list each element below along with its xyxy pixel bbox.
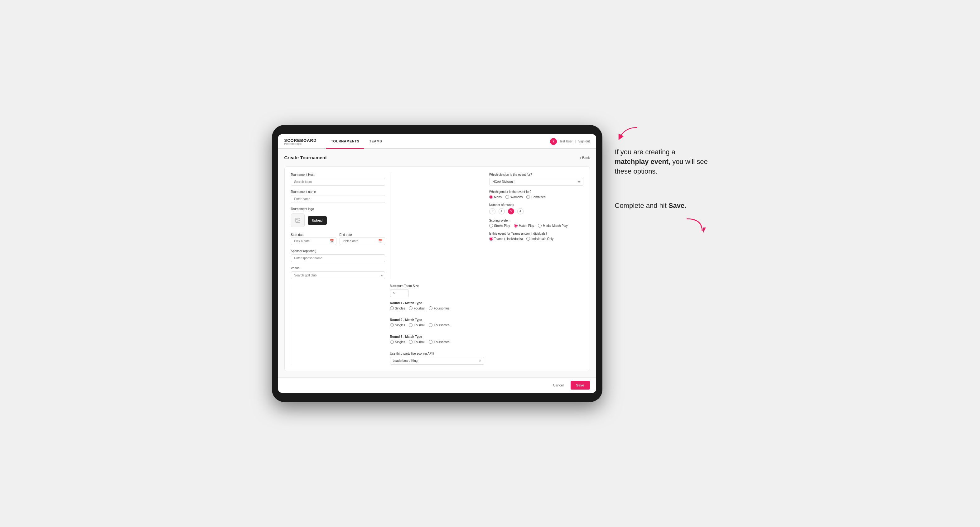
api-label: Use third-party live scoring API? (390, 352, 484, 355)
rounds-group: Number of rounds 1 2 3 4 (489, 203, 583, 214)
round3-foursomes[interactable]: Foursomes (429, 340, 449, 344)
round2-foursomes[interactable]: Foursomes (429, 323, 449, 327)
logo-placeholder (291, 213, 305, 227)
separator: | (575, 140, 576, 143)
teams-plus-radio[interactable] (489, 237, 493, 241)
round3-radio-group: Singles Fourball Foursomes (390, 340, 484, 344)
division-group: Which division is the event for? NCAA Di… (489, 173, 583, 186)
arrow-top (615, 125, 708, 141)
round2-singles[interactable]: Singles (390, 323, 405, 327)
round-4-option[interactable]: 4 (517, 208, 523, 214)
nav-link-tournaments[interactable]: TOURNAMENTS (326, 134, 364, 149)
round3-fourball-radio[interactable] (409, 340, 412, 344)
venue-input[interactable] (291, 271, 385, 279)
round2-fourball-radio[interactable] (409, 323, 412, 327)
start-date-wrapper: 📅 (291, 237, 336, 245)
scoring-match-radio[interactable] (514, 224, 518, 227)
tablet-screen: SCOREBOARD Powered by clippt TOURNAMENTS… (278, 134, 596, 393)
round3-match-type: Round 3 - Match Type Singles Fourball Fo… (390, 335, 484, 344)
round2-singles-radio[interactable] (390, 323, 394, 327)
division-select[interactable]: NCAA Division I (489, 178, 583, 186)
max-team-size-input[interactable] (390, 289, 409, 297)
tournament-host-input[interactable] (291, 178, 385, 186)
api-close-icon[interactable]: ✕ (479, 359, 481, 363)
round2-foursomes-radio[interactable] (429, 323, 433, 327)
gender-mens-radio[interactable] (489, 195, 493, 199)
col-divider-1 (390, 173, 390, 279)
scoring-stroke-radio[interactable] (489, 224, 493, 227)
calendar-icon: 📅 (329, 239, 334, 243)
teams-group: Is this event for Teams and/or Individua… (489, 232, 583, 241)
cancel-button[interactable]: Cancel (549, 381, 568, 390)
annotation-bottom-text: Complete and hit Save. (615, 201, 708, 211)
round-2-option[interactable]: 2 (499, 208, 505, 214)
round1-fourball[interactable]: Fourball (409, 306, 425, 310)
form-col-3: Maximum Team Size Round 1 - Match Type S… (390, 284, 484, 365)
sign-out-link[interactable]: Sign out (578, 140, 590, 143)
venue-label: Venue (291, 267, 385, 270)
rounds-options: 1 2 3 4 (489, 208, 583, 214)
teams-plus-option[interactable]: Teams (+Individuals) (489, 237, 523, 241)
end-date-wrapper: 📅 (340, 237, 385, 245)
round1-singles-radio[interactable] (390, 306, 394, 310)
save-button[interactable]: Save (571, 381, 590, 390)
round1-foursomes-radio[interactable] (429, 306, 433, 310)
nav-bar: SCOREBOARD Powered by clippt TOURNAMENTS… (278, 134, 596, 149)
date-row: Start date 📅 End date (291, 232, 385, 245)
page-header: Create Tournament ‹ Back (284, 155, 590, 160)
round1-foursomes[interactable]: Foursomes (429, 306, 449, 310)
venue-chevron-icon: ▾ (381, 274, 383, 277)
back-link[interactable]: ‹ Back (580, 156, 590, 160)
form-col-2: Which division is the event for? NCAA Di… (489, 173, 583, 279)
gender-mens-option[interactable]: Mens (489, 195, 502, 199)
scoring-stroke-option[interactable]: Stroke Play (489, 224, 510, 227)
round1-radio-group: Singles Fourball Foursomes (390, 306, 484, 310)
tournament-name-label: Tournament name (291, 190, 385, 194)
scoring-group: Scoring system Stroke Play Match Play Me… (489, 219, 583, 227)
tournament-logo-label: Tournament logo (291, 207, 385, 211)
round1-fourball-radio[interactable] (409, 306, 412, 310)
gender-womens-radio[interactable] (506, 195, 509, 199)
calendar-icon-end: 📅 (378, 239, 383, 243)
round3-singles[interactable]: Singles (390, 340, 405, 344)
dates-group: Start date 📅 End date (291, 232, 385, 245)
gender-womens-option[interactable]: Womens (506, 195, 523, 199)
start-date-label: Start date (291, 233, 304, 237)
round-3-option[interactable]: 3 (508, 208, 514, 214)
scoring-match-option[interactable]: Match Play (514, 224, 534, 227)
scoring-medal-radio[interactable] (538, 224, 542, 227)
scoring-medal-option[interactable]: Medal Match Play (538, 224, 568, 227)
individuals-only-radio[interactable] (526, 237, 530, 241)
start-date-group: Start date 📅 (291, 232, 336, 245)
scoring-radio-group: Stroke Play Match Play Medal Match Play (489, 224, 583, 227)
end-date-group: End date 📅 (340, 232, 385, 245)
annotations: If you are creating a matchplay event, y… (615, 125, 708, 234)
gender-combined-option[interactable]: Combined (526, 195, 546, 199)
user-name: Test User (559, 140, 573, 143)
api-tag[interactable]: Leaderboard King ✕ (390, 357, 484, 365)
user-avatar: T (550, 138, 557, 145)
nav-link-teams[interactable]: TEAMS (364, 134, 387, 149)
gender-label: Which gender is the event for? (489, 190, 583, 194)
tournament-name-input[interactable] (291, 195, 385, 203)
round1-singles[interactable]: Singles (390, 306, 405, 310)
gender-combined-radio[interactable] (526, 195, 530, 199)
round2-radio-group: Singles Fourball Foursomes (390, 323, 484, 327)
sponsor-input[interactable] (291, 254, 385, 262)
round1-match-type: Round 1 - Match Type Singles Fourball Fo… (390, 302, 484, 310)
individuals-only-option[interactable]: Individuals Only (526, 237, 554, 241)
division-wrapper: NCAA Division I (489, 178, 583, 186)
round2-fourball[interactable]: Fourball (409, 323, 425, 327)
upload-button[interactable]: Upload (308, 216, 327, 225)
round3-singles-radio[interactable] (390, 340, 394, 344)
form-footer: Cancel Save (278, 378, 596, 393)
teams-radio-group: Teams (+Individuals) Individuals Only (489, 237, 583, 241)
form-grid: Tournament Host Tournament name Tourname… (284, 167, 590, 371)
round-1-option[interactable]: 1 (489, 208, 495, 214)
round3-foursomes-radio[interactable] (429, 340, 433, 344)
annotation-bottom-container: Complete and hit Save. (615, 201, 708, 234)
tournament-logo-group: Tournament logo Upload (291, 207, 385, 227)
svg-point-1 (296, 219, 297, 220)
division-label: Which division is the event for? (489, 173, 583, 176)
round3-fourball[interactable]: Fourball (409, 340, 425, 344)
